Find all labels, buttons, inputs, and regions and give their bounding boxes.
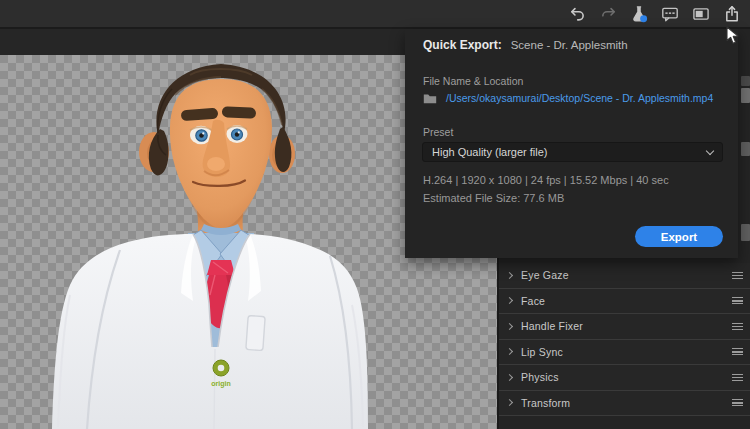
panel-scroll-fragment[interactable] — [741, 142, 750, 156]
behavior-label: Transform — [521, 397, 732, 409]
behavior-label: Eye Gaze — [521, 269, 732, 281]
folder-icon — [423, 93, 437, 104]
quick-export-title: Quick Export: — [423, 38, 502, 52]
chevron-right-icon[interactable] — [506, 374, 513, 381]
behavior-row-eye-gaze[interactable]: Eye Gaze — [499, 263, 750, 289]
share-export-icon[interactable] — [723, 5, 741, 23]
behavior-menu-icon[interactable] — [732, 348, 743, 355]
behavior-row-transform[interactable]: Transform — [499, 391, 750, 417]
chevron-right-icon[interactable] — [506, 272, 513, 279]
feedback-chat-icon[interactable] — [661, 5, 679, 23]
chevron-down-icon — [706, 146, 714, 154]
app-window: origin Eye Gaze Face Handle Fixer — [0, 0, 750, 429]
export-specs-text: H.264 | 1920 x 1080 | 24 fps | 15.52 Mbp… — [423, 174, 669, 186]
panel-scroll-fragment[interactable] — [741, 224, 750, 241]
behavior-row-handle-fixer[interactable]: Handle Fixer — [499, 314, 750, 340]
behavior-menu-icon[interactable] — [732, 272, 743, 279]
file-name-location-label: File Name & Location — [423, 75, 523, 87]
behavior-menu-icon[interactable] — [732, 374, 743, 381]
behaviors-list: Eye Gaze Face Handle Fixer Lip Sync Phys — [499, 263, 750, 416]
behavior-label: Physics — [521, 371, 732, 383]
behavior-row-lip-sync[interactable]: Lip Sync — [499, 340, 750, 366]
export-button[interactable]: Export — [635, 226, 723, 247]
behavior-label: Handle Fixer — [521, 320, 732, 332]
behavior-menu-icon[interactable] — [732, 297, 743, 304]
preset-selected-value: High Quality (larger file) — [432, 146, 707, 158]
undo-icon[interactable] — [568, 5, 586, 23]
quick-export-popup: Quick Export: Scene - Dr. Applesmith Fil… — [405, 29, 738, 258]
chevron-right-icon[interactable] — [506, 348, 513, 355]
preset-dropdown[interactable]: High Quality (larger file) — [422, 142, 723, 162]
behavior-row-physics[interactable]: Physics — [499, 365, 750, 391]
export-file-path-link[interactable]: /Users/okaysamurai/Desktop/Scene - Dr. A… — [446, 92, 713, 104]
panel-scroll-fragment[interactable] — [741, 88, 750, 103]
behavior-label: Face — [521, 295, 732, 307]
flask-icon[interactable] — [630, 5, 648, 23]
chevron-right-icon[interactable] — [506, 297, 513, 304]
chevron-right-icon[interactable] — [506, 323, 513, 330]
panel-scroll-fragment — [741, 76, 750, 86]
behavior-menu-icon[interactable] — [732, 323, 743, 330]
character-right-brow — [222, 106, 257, 119]
coat-badge-text: origin — [211, 380, 230, 388]
estimated-file-size-text: Estimated File Size: 77.6 MB — [423, 192, 564, 204]
mouse-cursor — [726, 26, 740, 49]
quick-export-scene-name: Scene - Dr. Applesmith — [511, 39, 628, 51]
behavior-menu-icon[interactable] — [732, 399, 743, 406]
behavior-row-face[interactable]: Face — [499, 289, 750, 315]
top-toolbar — [0, 0, 750, 29]
redo-icon[interactable] — [599, 5, 617, 23]
panel-layout-icon[interactable] — [692, 5, 710, 23]
chevron-right-icon[interactable] — [506, 399, 513, 406]
behavior-label: Lip Sync — [521, 346, 732, 358]
preset-label: Preset — [423, 126, 453, 138]
